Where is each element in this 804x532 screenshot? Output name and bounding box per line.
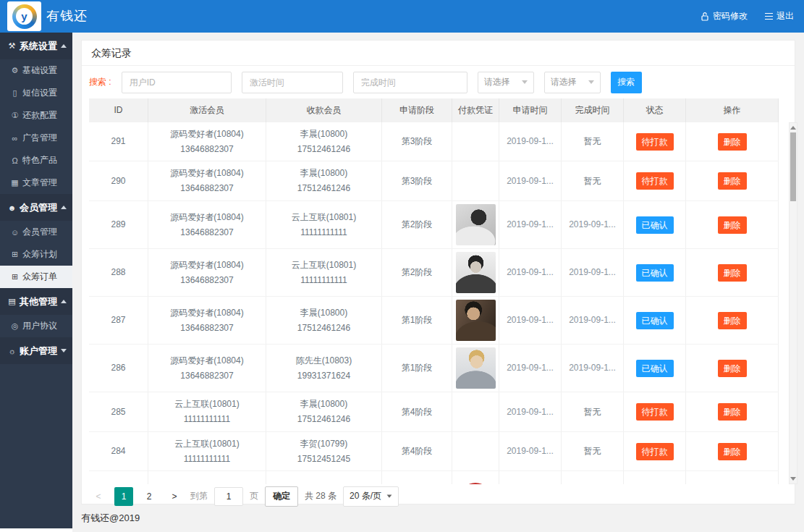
chevron-down-icon [588,80,594,84]
sidebar-group-system-settings[interactable]: ⚒ 系统设置 [0,33,72,59]
activator-phone: 13646882307 [180,321,233,336]
cell-status: 待打款 [624,392,686,431]
delete-button[interactable]: 删除 [718,360,747,377]
sidebar-item-crowdfunding-orders[interactable]: ⊞ 众筹订单 [0,266,72,288]
phone-icon: ▯ [9,88,20,98]
payment-voucher-image[interactable] [456,300,496,341]
delete-button[interactable]: 删除 [718,172,747,190]
top-header: y 有钱还 密码修改 退出 [0,0,804,33]
payee-name: 陈先生(10803) [296,353,352,368]
delete-button[interactable]: 删除 [718,133,747,151]
filter-select-2[interactable]: 请选择 [544,72,601,93]
confirm-page-button[interactable]: 确定 [265,486,298,507]
pagination: < 1 2 > 到第 页 确定 共 28 条 20 条/页 [82,486,795,507]
delete-button[interactable]: 删除 [718,264,747,282]
table-row-partial [89,471,779,484]
item-label: 还款配置 [22,109,57,122]
sidebar-item-article-management[interactable]: ▦ 文章管理 [0,172,72,194]
delete-button[interactable]: 删除 [718,216,747,234]
sidebar-group-other-management[interactable]: ▤ 其他管理 [0,288,72,315]
group-label: 账户管理 [20,345,57,358]
item-label: 众筹订单 [22,271,57,283]
finish-time-input[interactable] [353,72,467,93]
group-label: 其他管理 [20,295,57,308]
payee-phone: 17512461246 [297,142,350,157]
prev-page-button[interactable]: < [89,487,108,506]
sidebar-item-repayment-config[interactable]: ① 还款配置 [0,104,72,127]
status-badge: 待打款 [636,133,674,151]
next-page-button[interactable]: > [165,487,184,506]
payment-voucher-image[interactable] [460,483,491,485]
payee-phone: 11111111111 [300,225,347,240]
search-button[interactable]: 搜索 [611,72,642,93]
activator-name: 源码爱好者(10804) [170,127,243,142]
delete-button[interactable]: 删除 [718,403,747,421]
delete-button[interactable]: 删除 [718,443,747,460]
sidebar-item-basic-settings[interactable]: ⚙ 基础设置 [0,59,72,82]
sidebar-item-user-agreement[interactable]: ◎ 用户协议 [0,315,72,337]
logo-ring-icon: y [12,4,37,29]
orders-icon: ⊞ [9,272,20,282]
cell-voucher [452,249,499,296]
table-row: 284 云上互联(10801) 11111111111 李贺(10799) 17… [89,432,779,471]
cell-apply-time: 2019-09-1... [499,345,562,392]
cell-apply-time: 2019-09-1... [499,161,562,200]
cell-stage [382,471,452,484]
sidebar-item-ad-management[interactable]: ∞ 广告管理 [0,127,72,149]
sidebar-item-sms-settings[interactable]: ▯ 短信设置 [0,82,72,104]
goto-page-input[interactable] [214,487,243,506]
item-label: 短信设置 [22,87,57,99]
cell-voucher [452,345,499,392]
column-header-id: ID [89,98,148,122]
cell-status: 待打款 [624,161,686,200]
logout-button[interactable]: 退出 [765,10,794,22]
sidebar-item-member-management[interactable]: ☺ 会员管理 [0,221,72,243]
table-row: 289 源码爱好者(10804) 13646882307 云上互联(10801)… [89,201,779,249]
cell-actions: 删除 [686,249,779,296]
cell-finish-time [562,471,624,484]
payee-phone: 17512461246 [297,181,350,196]
cell-payee: 云上互联(10801) 11111111111 [266,249,382,296]
scrollbar-thumb[interactable] [790,132,796,201]
app-logo[interactable]: y [7,1,41,31]
cell-payee: 李晨(10800) 17512461246 [266,297,382,344]
page-button-1[interactable]: 1 [114,487,133,506]
cell-status: 已确认 [624,345,686,392]
payment-voucher-image[interactable] [456,204,496,245]
chevron-up-icon [61,206,67,209]
scroll-up-icon[interactable] [790,126,796,130]
delete-button[interactable]: 删除 [718,312,747,329]
payment-voucher-image[interactable] [456,347,496,389]
activate-time-input[interactable] [242,72,343,93]
cell-id: 286 [89,345,148,392]
filter-select-1[interactable]: 请选择 [478,72,534,93]
cell-apply-time: 2019-09-1... [499,249,562,296]
change-password-button[interactable]: 密码修改 [701,10,748,22]
cell-stage: 第2阶段 [382,201,452,248]
table-row: 290 源码爱好者(10804) 13646882307 李晨(10800) 1… [89,161,779,201]
payee-name: 云上互联(10801) [292,258,356,273]
table-row: 286 源码爱好者(10804) 13646882307 陈先生(10803) … [89,345,779,392]
item-label: 文章管理 [22,177,57,189]
sidebar-group-account-management[interactable]: ☼ 账户管理 [0,337,72,364]
column-header-stage: 申请阶段 [382,98,452,122]
payment-voucher-image[interactable] [456,252,496,293]
table-scrollbar[interactable] [789,122,797,484]
search-label: 搜索 : [89,76,111,88]
sidebar-group-member-management[interactable]: ☻ 会员管理 [0,194,72,221]
payee-phone: 17512461246 [297,321,350,336]
scroll-down-icon[interactable] [790,477,796,481]
chevron-down-icon [387,494,392,497]
sidebar-item-featured-products[interactable]: Ω 特色产品 [0,149,72,172]
item-label: 特色产品 [22,154,57,166]
cell-actions: 删除 [686,297,779,344]
cell-voucher [452,297,499,344]
user-id-input[interactable] [122,72,232,93]
sidebar-item-crowdfunding-plan[interactable]: ⊞ 众筹计划 [0,243,72,266]
cell-activator: 源码爱好者(10804) 13646882307 [148,161,266,200]
chevron-down-icon [61,349,67,352]
page-size-select[interactable]: 20 条/页 [343,486,399,507]
page-button-2[interactable]: 2 [140,487,158,506]
payee-name: 李晨(10800) [300,166,347,181]
status-badge: 已确认 [636,264,674,282]
